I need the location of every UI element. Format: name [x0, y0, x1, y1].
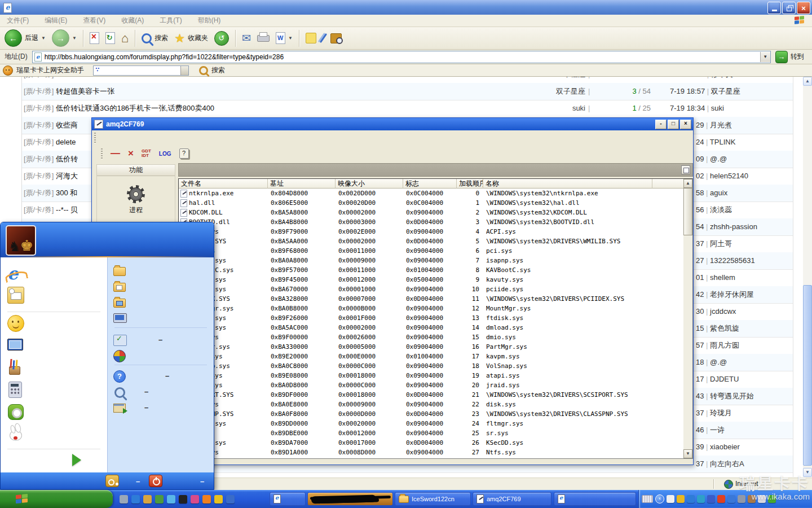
research-icon[interactable] — [330, 33, 342, 43]
menu-help[interactable]: 帮助(H) — [198, 16, 221, 25]
module-row[interactable]: ntkrnlpa.exe0x804D80000x0020D0000x0C0040… — [179, 189, 685, 198]
kill-tool-icon[interactable]: × — [128, 148, 134, 159]
menu-edit[interactable]: 编辑(E) — [45, 16, 67, 25]
taskbar-button-icesword-app[interactable]: amq2CF769 — [473, 492, 551, 506]
module-row[interactable]: PartMgr.sys0xBA3300000x000050000x0900400… — [179, 342, 685, 352]
start-item-my-documents[interactable] — [113, 263, 126, 280]
last-poster[interactable]: aguix — [710, 189, 727, 197]
brown-app-icon[interactable] — [748, 495, 756, 503]
kaka-search-label[interactable]: 搜索 — [211, 65, 225, 75]
volume-icon[interactable] — [758, 495, 766, 503]
kav-key-icon[interactable] — [677, 495, 685, 503]
minimize-button[interactable] — [767, 2, 781, 14]
show-desktop-icon[interactable] — [120, 495, 128, 503]
feather-icon[interactable] — [226, 495, 235, 503]
topic-title-link[interactable]: 转超值美容卡一张 — [56, 87, 114, 95]
start-item-search[interactable] — [114, 384, 125, 401]
module-row[interactable]: BOOTVID.dll0xBA4B80000x000030000x0D00400… — [179, 217, 685, 227]
table-scroll-up-icon[interactable]: ▲ — [683, 179, 692, 188]
column-header-order[interactable]: 加载顺序 — [457, 179, 483, 189]
icesword-close-button[interactable]: × — [680, 120, 691, 129]
shield-icon[interactable] — [697, 495, 705, 503]
kaka-search-icon[interactable] — [199, 66, 208, 75]
mail-icon[interactable]: ✉ — [242, 32, 251, 45]
blue-app-icon[interactable] — [707, 495, 715, 503]
toolbar-grip[interactable] — [101, 148, 103, 159]
module-row[interactable]: isapnp.sys0xBA0A80000x000090000x09004000… — [179, 256, 685, 265]
start-button[interactable] — [0, 490, 113, 508]
icesword-tray-icon[interactable] — [667, 495, 674, 503]
topic-title-link[interactable]: 低价转 — [56, 155, 78, 163]
media-player-icon[interactable] — [143, 495, 152, 503]
last-poster[interactable]: 淡淡蕊 — [710, 205, 732, 214]
last-poster[interactable]: 转弯遇见开始 — [710, 392, 754, 400]
last-poster[interactable]: suki — [711, 104, 724, 112]
last-poster[interactable]: 紫色凯旋 — [710, 324, 739, 332]
messenger-note-icon[interactable] — [306, 33, 316, 43]
start-item-email[interactable] — [7, 287, 24, 304]
view-options-icon[interactable] — [681, 165, 690, 174]
icesword-maximize-button[interactable]: □ — [668, 120, 679, 129]
last-poster[interactable]: TPLINK — [710, 138, 736, 146]
menu-view[interactable]: 查看(V) — [83, 16, 105, 25]
grid-app-icon[interactable] — [214, 495, 223, 503]
module-row[interactable]: pci.sys0xB9F680000x000110000x090040006pc… — [179, 246, 685, 256]
module-row[interactable]: KDCOM.DLL0xBA5A80000x000020000x090040002… — [179, 208, 685, 217]
log-tool[interactable]: LOG — [159, 151, 171, 157]
start-item-my-computer[interactable] — [113, 310, 127, 327]
toolbar-grip[interactable] — [94, 133, 96, 143]
start-item-internet-explorer[interactable]: e — [7, 265, 18, 282]
menu-tools[interactable]: 工具(T) — [160, 16, 182, 25]
refresh-icon[interactable] — [105, 32, 115, 44]
last-poster[interactable]: zhshh-passion — [710, 222, 757, 231]
last-poster[interactable]: 双子星座 — [711, 87, 740, 95]
sidebar-header[interactable]: 功能 — [97, 165, 175, 176]
ie-e-icon[interactable] — [687, 495, 695, 503]
module-row[interactable]: disk.sys0xBA0E80000x000090000x0900400022… — [179, 400, 685, 409]
column-header-name[interactable]: 名称 — [483, 179, 652, 189]
last-poster[interactable]: 修车夫88882925 — [711, 77, 766, 78]
module-row[interactable]: atapi.sys0xB9E080000x000180000x090040001… — [179, 371, 685, 380]
page-scrollbar[interactable]: ▲ ▼ — [803, 77, 812, 477]
topic-author[interactable]: suki — [501, 100, 585, 117]
start-item-run[interactable] — [113, 400, 126, 417]
process-gear-icon[interactable] — [127, 185, 145, 203]
last-poster[interactable]: 阿土哥 — [710, 239, 732, 248]
last-poster[interactable]: xiaobeier — [710, 443, 740, 451]
last-poster[interactable]: @.@ — [710, 155, 727, 163]
module-row[interactable]: MountMgr.sys0xBA0B80000x0000B0000x090040… — [179, 304, 685, 313]
blue-ball-icon[interactable] — [167, 495, 175, 503]
last-poster[interactable]: 雨凡方圆 — [710, 341, 739, 349]
module-row[interactable]: PCIIDEX.SYS0xBA3280000x000070000x0D00400… — [179, 294, 685, 304]
start-item-calculator[interactable] — [8, 381, 22, 398]
kaka-search-input[interactable]: ∵ — [93, 65, 189, 76]
start-item-my-pictures[interactable] — [113, 295, 126, 312]
topic-author[interactable]: 双子星座 — [501, 83, 585, 100]
module-row[interactable]: SCSIPORT.SYS0xB9DF00000x000180000x0D0040… — [179, 390, 685, 400]
icesword-titlebar[interactable]: amq2CF769 - □ × — [92, 118, 693, 130]
kaka-input-button[interactable] — [180, 66, 188, 75]
scroll-up-icon[interactable]: ▲ — [803, 77, 812, 86]
topic-title-link[interactable]: 低价转让联通3G的186手机卡一张,话费800卖400 — [56, 104, 214, 112]
column-header-flags[interactable]: 标志 — [403, 179, 457, 189]
address-input[interactable]: e ▼ — [32, 51, 771, 63]
module-row[interactable]: pciide.sys0xBA6700000x000010000x09004000… — [179, 284, 685, 294]
module-row[interactable]: WMILIB.SYS0xBA5AA0000x000020000x0D004000… — [179, 237, 685, 246]
back-button[interactable]: ← 后退 ▼ — [5, 29, 46, 47]
last-poster[interactable]: 月光煮 — [710, 121, 732, 129]
topic-title-link[interactable]: --*-- 贝 — [56, 205, 78, 214]
orange-ball-icon[interactable] — [202, 495, 211, 503]
last-poster[interactable]: shellem — [710, 273, 735, 282]
scrollbar-thumb[interactable] — [803, 285, 812, 466]
qq-penguin-icon[interactable] — [179, 495, 187, 503]
column-header-blank[interactable] — [652, 179, 685, 189]
start-item-art-tools[interactable] — [7, 358, 22, 375]
print-icon[interactable] — [257, 35, 270, 42]
taskbar-button-ie[interactable] — [270, 492, 306, 506]
module-row[interactable]: ftdisk.sys0xB9F260000x0001F0000x09004000… — [179, 313, 685, 323]
table-scrollbar[interactable]: ▲ ▼ — [683, 179, 692, 458]
module-row[interactable]: fltmgr.sys0xB9DD00000x000200000x09004000… — [179, 419, 685, 428]
go-button[interactable]: → — [775, 51, 788, 63]
forward-button[interactable]: → ▼ — [52, 29, 77, 47]
taskbar-button-censored[interactable] — [307, 492, 393, 506]
